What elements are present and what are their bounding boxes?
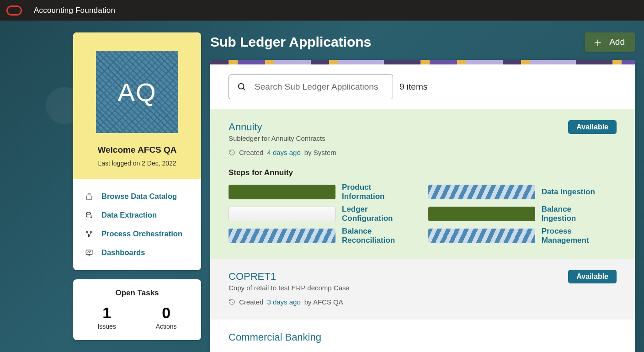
step-label[interactable]: Balance Reconciliation [341,227,423,245]
nav-label: Browse Data Catalog [101,192,177,201]
app-meta: Created 3 days ago by AFCS QA [229,298,617,306]
add-button-label: Add [609,37,625,47]
nav-process-orchestration[interactable]: Process Orchestration [77,224,197,243]
open-tasks-card: Open Tasks 1 Issues 0 Actions [73,279,201,340]
app-title-link[interactable]: Commercial Banking [229,331,617,343]
history-icon [229,299,235,305]
app-title-link[interactable]: COPRET1 [229,271,617,283]
app-description: Subledger for Annuity Contracts [229,134,617,142]
created-by: by System [304,149,336,156]
steps-heading: Steps for Annuity [229,168,617,177]
open-tasks-heading: Open Tasks [78,288,197,298]
nav-browse-data-catalog[interactable]: Browse Data Catalog [77,187,197,206]
created-label: Created [239,298,263,306]
app-row-annuity[interactable]: Available Annuity Subledger for Annuity … [210,109,635,259]
subledger-list: 9 items Available Annuity Subledger for … [210,60,635,352]
avatar-initials: AQ [118,77,157,107]
created-time[interactable]: 3 days ago [267,298,300,306]
dashboard-icon [85,249,93,257]
step-bar-product-information[interactable] [229,185,335,199]
last-logged: Last logged on 2 Dec, 2022 [98,160,176,167]
step-label[interactable]: Ledger Configuration [341,205,423,223]
avatar: AQ [96,51,178,133]
nav-label: Dashboards [101,248,145,257]
nodes-icon [85,230,93,238]
status-badge: Available [568,120,617,134]
svg-point-1 [86,212,90,214]
database-export-icon [85,211,93,219]
app-row-commercial-banking[interactable]: Commercial Banking [210,320,635,352]
step-bar-balance-reconciliation[interactable] [229,229,335,243]
nav-label: Data Extraction [101,211,157,219]
status-badge: Available [568,270,617,283]
svg-rect-0 [86,196,92,199]
issues-label: Issues [97,323,116,330]
created-time[interactable]: 4 days ago [267,149,300,156]
welcome-card: AQ Welcome AFCS QA Last logged on 2 Dec,… [73,32,201,270]
nav-data-extraction[interactable]: Data Extraction [77,206,197,224]
issues-count: 1 [97,304,116,322]
step-label[interactable]: Data Ingestion [541,187,617,197]
nav-dashboards[interactable]: Dashboards [77,243,197,262]
oracle-logo-icon [6,5,22,16]
actions-label: Actions [156,323,177,330]
open-actions[interactable]: 0 Actions [156,304,177,330]
step-bar-data-ingestion[interactable] [428,185,535,199]
step-label[interactable]: Balance Ingestion [541,205,617,223]
step-label[interactable]: Product Information [341,183,423,201]
search-input[interactable] [229,75,393,99]
actions-count: 0 [156,304,177,322]
decorative-band [210,60,635,64]
nav-label: Process Orchestration [101,229,182,238]
open-issues[interactable]: 1 Issues [97,304,116,330]
svg-point-6 [239,84,244,89]
item-count: 9 items [399,82,427,92]
topbar: Accounting Foundation [0,0,644,21]
steps-grid: Product Information Data Ingestion Ledge… [229,183,617,245]
app-title: Accounting Foundation [34,6,115,15]
nav-list: Browse Data Catalog Data Extraction Proc… [73,179,201,270]
app-row-copret1[interactable]: Available COPRET1 Copy of retail to test… [210,259,635,320]
page-title: Sub Ledger Applications [210,34,371,50]
created-label: Created [239,149,263,156]
app-meta: Created 4 days ago by System [229,149,617,156]
add-button[interactable]: ＋ Add [585,32,635,52]
history-icon [229,149,235,156]
app-title-link[interactable]: Annuity [229,121,617,133]
svg-point-4 [88,235,90,237]
search-icon [237,82,247,92]
step-bar-process-management[interactable] [428,229,535,243]
step-bar-balance-ingestion[interactable] [428,207,535,221]
svg-point-3 [90,231,92,233]
step-label[interactable]: Process Management [541,227,617,245]
stack-icon [85,192,93,201]
app-description: Copy of retail to test ERP decomp Casa [229,284,617,292]
step-bar-ledger-configuration[interactable] [229,207,335,221]
svg-point-2 [86,231,88,233]
created-by: by AFCS QA [304,298,343,306]
welcome-greeting: Welcome AFCS QA [97,145,176,155]
